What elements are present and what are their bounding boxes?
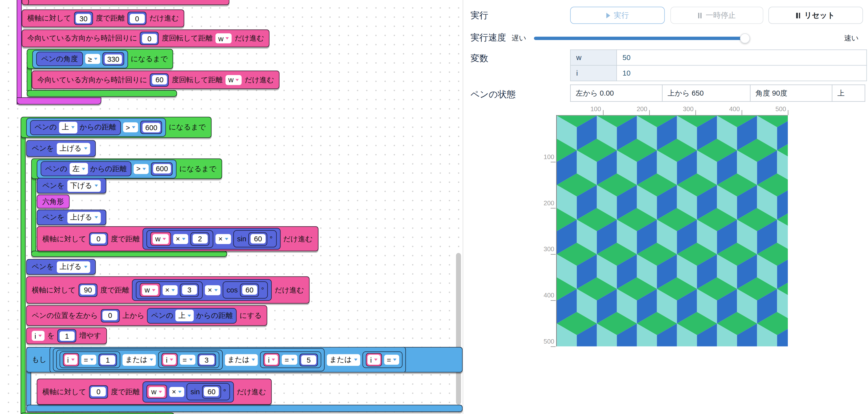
block-move-axis-w2sin[interactable]: 横軸に対して 0 度で距離 w × 2 × sin 60 ° だけ進む [37, 226, 318, 251]
loop-left[interactable] [31, 177, 36, 253]
number-slot[interactable]: 330 [102, 53, 124, 66]
variable-dropdown[interactable]: i [163, 355, 176, 365]
variable-dropdown[interactable]: w [215, 33, 232, 43]
or-shell[interactable]: i = 1 または i = 3 または i = [49, 347, 406, 373]
or-shell[interactable]: i = 1 または i = 3 または i = [53, 348, 324, 372]
variable-dropdown[interactable]: w [142, 285, 158, 295]
number-slot[interactable]: 5 [300, 353, 318, 366]
number-slot[interactable]: 1 [99, 353, 117, 366]
math-shell[interactable]: w × 3 [136, 281, 203, 299]
speed-slider-handle[interactable] [740, 33, 750, 43]
number-slot[interactable]: 0 [89, 232, 108, 245]
loop-left[interactable] [21, 136, 26, 414]
variable-slot[interactable]: w [140, 283, 160, 297]
block-move-axis-w3cos[interactable]: 横軸に対して 90 度で距離 w × 3 × cos 60 ° だけ進む [26, 276, 310, 304]
pen-updown-dropdown[interactable]: 下げる [67, 180, 100, 192]
block-pen-down[interactable]: ペンを 下げる [37, 178, 106, 194]
operator-dropdown[interactable]: × [173, 234, 188, 244]
variable-slot[interactable]: i [264, 353, 280, 366]
variable-slot[interactable]: w [147, 385, 167, 399]
loop-bottom[interactable] [31, 251, 227, 257]
turtle-canvas[interactable] [557, 115, 788, 346]
pen-updown-dropdown[interactable]: 上げる [67, 211, 100, 223]
block-pen-up[interactable]: ペンを 上げる [26, 140, 95, 157]
operator-dropdown[interactable]: = [282, 355, 297, 365]
number-slot[interactable]: 60 [249, 232, 268, 245]
variable-dropdown[interactable]: i [32, 331, 44, 341]
number-slot[interactable]: 60 [150, 73, 169, 87]
function-wrapper-bottom[interactable] [17, 97, 101, 104]
number-slot[interactable]: 1 [57, 329, 76, 342]
comparison-shell[interactable]: ペンの 上 からの距離 > 600 [26, 118, 166, 137]
block-turn-60-w[interactable]: 今向いている方向から時計回りに 60 度回転して距離 w だけ進む [32, 71, 280, 89]
trig-shell[interactable]: sin 60 ° [187, 383, 230, 401]
operator-dropdown[interactable]: × [162, 285, 178, 295]
operator-dropdown[interactable]: × [205, 285, 220, 295]
number-slot[interactable]: 600 [141, 120, 162, 134]
if-left[interactable] [26, 370, 31, 406]
number-slot[interactable]: 0 [140, 32, 159, 45]
reset-button[interactable]: リセット [768, 7, 863, 24]
direction-dropdown[interactable]: 上 [176, 310, 194, 321]
block-move-axis-wsin[interactable]: 横軸に対して 0 度で距離 w × sin 60 ° だけ進む [37, 379, 272, 405]
or-shell[interactable]: i = 1 または i = 3 [56, 350, 222, 370]
pen-updown-dropdown[interactable]: 上げる [57, 142, 90, 154]
block-repeat-until-angle[interactable]: ペンの角度 ≥ 330 になるまで [27, 49, 174, 69]
trig-shell[interactable]: cos 60 ° [223, 281, 268, 299]
block-cutoff-header[interactable]: ) [22, 0, 229, 5]
block-set-pen-position[interactable]: ペンの位置を左から 0 上から ペンの 上 からの距離 にする [26, 305, 268, 326]
loop-left[interactable] [27, 67, 32, 91]
pen-distance-reporter[interactable]: ペンの 左 からの距離 [40, 161, 131, 176]
block-repeat-until-left600[interactable]: ペンの 左 からの距離 > 600 になるまで [31, 158, 222, 179]
pen-updown-dropdown[interactable]: 上げる [57, 261, 90, 273]
variable-slot[interactable]: w [150, 232, 171, 246]
speed-slider-track[interactable] [534, 37, 745, 40]
operator-dropdown[interactable]: × [169, 387, 184, 397]
operator-dropdown[interactable]: = [180, 355, 195, 365]
block-workspace[interactable]: ) 横軸に対して 30 度で距離 0 だけ進む 今向いている方向から時計回りに … [0, 0, 463, 414]
pen-distance-reporter[interactable]: ペンの 上 からの距離 [147, 308, 237, 323]
number-slot[interactable]: 600 [151, 162, 173, 175]
variable-dropdown[interactable]: i [265, 355, 278, 365]
variable-value[interactable]: 10 [617, 65, 867, 81]
number-slot[interactable]: 3 [197, 353, 216, 366]
comparison-shell[interactable]: ペンの 左 からの距離 > 600 [37, 159, 177, 178]
pen-angle-reporter[interactable]: ペンの角度 [36, 51, 83, 66]
pause-button[interactable]: 一時停止 [670, 7, 763, 24]
variable-dropdown[interactable]: w [148, 387, 165, 397]
number-slot[interactable]: 90 [79, 283, 97, 297]
variable-dropdown[interactable]: i [64, 355, 77, 365]
trig-shell[interactable]: sin 60 ° [233, 230, 277, 247]
comparison-shell[interactable]: i = 3 [158, 351, 219, 368]
math-shell[interactable]: w × 3 × cos 60 ° [132, 279, 272, 301]
number-slot[interactable]: 3 [180, 283, 199, 297]
comparison-shell[interactable]: i = 5 [260, 351, 321, 368]
number-slot[interactable]: 2 [190, 232, 210, 245]
pen-distance-reporter[interactable]: ペンの 上 からの距離 [30, 120, 121, 135]
operator-dropdown[interactable]: ≥ [85, 54, 100, 64]
workspace-scrollbar[interactable] [456, 253, 461, 405]
loop-bottom[interactable] [21, 413, 174, 414]
number-slot[interactable]: 0 [128, 11, 147, 25]
comparison-shell[interactable]: ペンの角度 ≥ 330 [32, 50, 128, 68]
or-dropdown[interactable]: または [122, 354, 156, 366]
direction-dropdown[interactable]: 上 [59, 122, 77, 133]
operator-dropdown[interactable]: > [123, 122, 138, 132]
or-dropdown[interactable]: または [327, 354, 360, 366]
block-repeat-until-top600[interactable]: ペンの 上 からの距離 > 600 になるまで [21, 117, 211, 138]
or-dropdown[interactable]: または [225, 354, 258, 366]
block-if[interactable]: もし i = 1 または i = 3 [26, 347, 463, 373]
variable-dropdown[interactable]: i [367, 355, 380, 365]
block-pen-up[interactable]: ペンを 上げる [26, 259, 95, 275]
block-pen-up[interactable]: ペンを 上げる [37, 210, 106, 225]
function-wrapper-left[interactable] [17, 0, 22, 104]
number-slot[interactable]: 0 [89, 385, 108, 399]
number-slot[interactable]: 60 [240, 283, 259, 297]
block-move-axis-30[interactable]: 横軸に対して 30 度で距離 0 だけ進む [22, 9, 185, 27]
number-slot[interactable]: 30 [74, 11, 93, 25]
variable-value[interactable]: 50 [617, 50, 867, 65]
variable-dropdown[interactable]: w [152, 234, 169, 244]
operator-dropdown[interactable]: × [216, 234, 231, 244]
math-shell[interactable]: w × 2 [147, 230, 213, 248]
comparison-shell[interactable]: i = [362, 351, 403, 368]
